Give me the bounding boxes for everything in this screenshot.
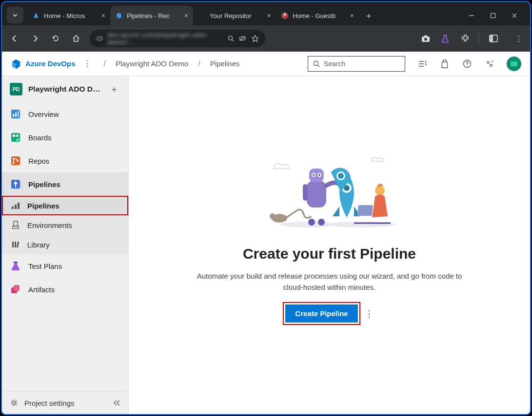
sidebar-subitem-pipelines[interactable]: Pipelines — [2, 196, 128, 215]
svg-rect-35 — [15, 205, 17, 209]
zoom-icon[interactable] — [228, 35, 234, 42]
new-tab-button[interactable]: ＋ — [362, 9, 375, 22]
close-window-button[interactable] — [511, 12, 518, 19]
project-name: Playwright ADO De... — [28, 85, 102, 94]
sidepanel-icon[interactable] — [488, 33, 499, 44]
svg-point-46 — [281, 222, 335, 227]
minimize-button[interactable] — [468, 12, 475, 19]
divider — [479, 33, 479, 44]
pipelines-icon — [10, 178, 21, 190]
user-avatar[interactable] — [507, 57, 521, 71]
more-actions-button[interactable]: ⋮ — [365, 308, 374, 319]
browser-tab-1[interactable]: Pipelines - Rec × — [110, 6, 193, 25]
breadcrumb-project[interactable]: Playwright ADO Demo — [116, 59, 188, 68]
sidebar-item-repos[interactable]: Repos — [2, 149, 128, 172]
svg-point-54 — [313, 174, 315, 176]
project-selector[interactable]: PD Playwright ADO De... ＋ — [2, 76, 128, 102]
reload-button[interactable] — [49, 32, 62, 45]
product-name: Azure DevOps — [25, 59, 76, 68]
tab-title: Home - Micros — [44, 12, 98, 19]
header-more-button[interactable]: ⋮ — [80, 59, 94, 68]
svg-rect-3 — [491, 14, 495, 18]
sidebar-item-label: Repos — [28, 157, 49, 165]
svg-point-55 — [318, 174, 320, 176]
project-settings-label: Project settings — [24, 399, 75, 407]
back-button[interactable] — [8, 32, 21, 45]
svg-rect-22 — [13, 114, 14, 117]
sidebar-item-testplans[interactable]: Test Plans — [2, 254, 128, 278]
add-button[interactable]: ＋ — [108, 83, 120, 95]
svg-point-20 — [492, 60, 493, 62]
browser-menu-button[interactable]: ⋮ — [513, 33, 524, 44]
browser-toolbar: dev.azure.com/playwright-ado-demo/... ⋮ — [2, 25, 530, 52]
eye-off-icon[interactable] — [238, 35, 246, 42]
tab-title: Home - Guestb — [293, 12, 346, 19]
sidebar-item-label: Pipelines — [28, 180, 60, 189]
sidebar-item-artifacts[interactable]: Artifacts — [2, 278, 128, 301]
address-bar[interactable]: dev.azure.com/playwright-ado-demo/... — [90, 30, 265, 47]
shopping-bag-icon[interactable] — [439, 58, 450, 69]
browser-tab-3[interactable]: Home - Guestb × — [276, 6, 359, 25]
home-button[interactable] — [69, 32, 83, 45]
svg-rect-58 — [303, 184, 308, 201]
sidebar-item-label: Test Plans — [28, 262, 62, 270]
avatar-icon — [281, 12, 289, 19]
close-icon[interactable]: × — [267, 12, 271, 19]
sidebar-subitem-library[interactable]: Library — [2, 235, 128, 254]
pipeline-illustration — [254, 149, 405, 232]
svg-rect-64 — [357, 205, 373, 216]
forward-button[interactable] — [28, 32, 42, 45]
url-text: dev.azure.com/playwright-ado-demo/... — [108, 31, 223, 46]
close-icon[interactable]: × — [184, 12, 188, 19]
settings-icon[interactable] — [484, 58, 495, 69]
sidebar-subitem-environments[interactable]: Environments — [2, 215, 128, 235]
close-icon[interactable]: × — [350, 12, 354, 19]
browser-tab-0[interactable]: Home - Micros × — [27, 6, 110, 25]
svg-rect-38 — [13, 226, 19, 228]
breadcrumb-section[interactable]: Pipelines — [210, 59, 240, 68]
svg-point-49 — [270, 213, 276, 219]
svg-point-1 — [284, 14, 286, 16]
sidebar-subitem-label: Pipelines — [27, 202, 59, 210]
project-badge: PD — [10, 83, 22, 95]
svg-line-7 — [232, 39, 233, 41]
tab-title: Your Repositor — [210, 12, 263, 19]
gear-icon — [10, 398, 19, 407]
svg-point-63 — [375, 186, 385, 195]
svg-rect-40 — [15, 242, 16, 247]
help-icon[interactable] — [462, 58, 473, 69]
close-icon[interactable]: × — [101, 12, 105, 19]
search-input[interactable]: Search — [308, 56, 405, 72]
camera-icon[interactable] — [420, 33, 431, 44]
testplans-icon — [10, 260, 21, 272]
filter-icon[interactable] — [417, 58, 428, 69]
sidebar-item-overview[interactable]: Overview — [2, 102, 128, 126]
svg-rect-50 — [307, 181, 326, 208]
site-settings-icon — [97, 35, 103, 42]
svg-rect-34 — [12, 207, 14, 209]
svg-point-6 — [228, 36, 232, 40]
svg-point-14 — [314, 61, 318, 65]
collapse-icon[interactable] — [113, 399, 120, 406]
search-icon — [313, 60, 320, 67]
svg-rect-23 — [15, 113, 17, 117]
tab-search-button[interactable] — [7, 7, 23, 23]
browser-tab-2[interactable]: Your Repositor × — [193, 6, 276, 25]
svg-rect-42 — [14, 262, 18, 263]
azure-icon — [32, 12, 40, 19]
extensions-icon[interactable] — [459, 33, 470, 44]
environments-icon — [11, 220, 20, 230]
sidebar-item-boards[interactable]: Boards — [2, 126, 128, 149]
project-settings-button[interactable]: Project settings — [2, 391, 128, 414]
create-pipeline-button[interactable]: Create Pipeline — [285, 304, 357, 322]
maximize-button[interactable] — [489, 12, 497, 19]
breadcrumb-separator: / — [193, 59, 205, 68]
star-icon[interactable] — [252, 35, 258, 42]
azure-devops-logo[interactable]: Azure DevOps — [11, 58, 76, 69]
flask-icon[interactable] — [440, 33, 451, 44]
repos-icon — [10, 155, 21, 167]
svg-rect-51 — [309, 169, 324, 182]
sidebar-item-pipelines[interactable]: Pipelines — [2, 172, 128, 196]
svg-rect-24 — [18, 111, 19, 117]
overview-icon — [10, 108, 21, 120]
